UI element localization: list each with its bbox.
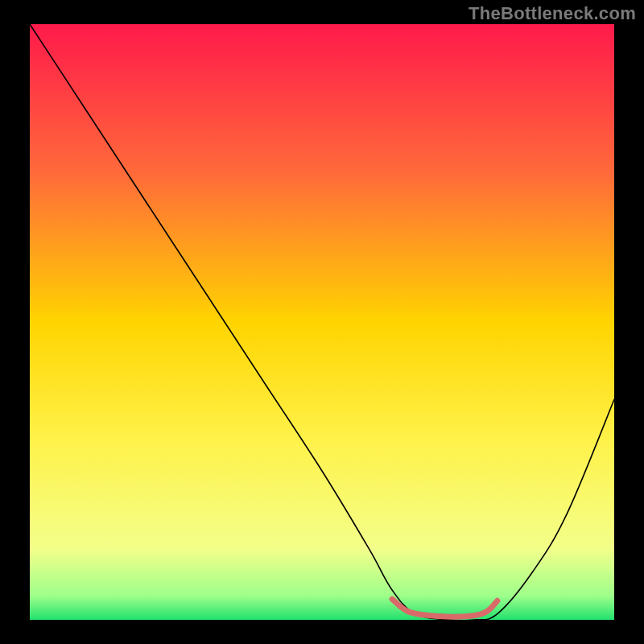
chart-frame: TheBottleneck.com — [0, 0, 644, 644]
gradient-background — [30, 24, 614, 620]
watermark-text: TheBottleneck.com — [469, 3, 636, 24]
bottleneck-chart — [30, 24, 614, 620]
